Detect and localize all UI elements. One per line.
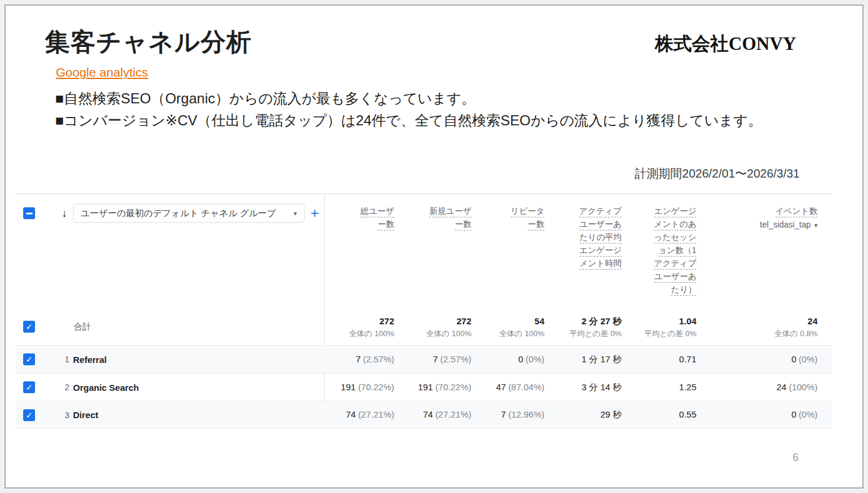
row-checkbox[interactable]: ✓ [23,353,35,365]
table-total-row: ✓ 合計 272全体の 100% 272全体の 100% 54全体の 100% … [15,308,832,345]
add-dimension-button[interactable]: + [311,205,319,222]
row-number: 1 [61,355,73,364]
measurement-period: 計測期間2026/2/01〜2026/3/31 [635,166,800,182]
check-icon: ✓ [26,323,33,331]
page-number: 6 [793,451,799,464]
dimension-header: ↓ ユーザーの最初のデフォルト チャネル グループ ▾ + [15,204,324,223]
event-filter-dropdown[interactable]: tel_sidasi_tap▾ [696,220,818,229]
col-header-total-users[interactable]: 総ユーザ ー数 [324,204,394,296]
indeterminate-icon [26,213,33,214]
col-header-avg-engagement-time[interactable]: アクティブ ユーザーあ たりの平均 エンゲージ メント時間 [544,204,622,296]
chevron-down-icon: ▾ [814,222,818,229]
sort-descending-icon[interactable]: ↓ [62,207,67,220]
total-label: 合計 [74,321,91,333]
channel-name: Organic Search [73,383,139,393]
bullet-organic: ■自然検索SEO（Organic）からの流入が最も多くなっています。 [55,87,845,109]
col-header-returning-users[interactable]: リピータ ー数 [471,204,544,296]
chevron-down-icon: ▾ [293,210,297,217]
bullet-conversion: ■コンバージョン※CV（仕出し電話タップ）は24件で、全て自然検索SEOからの流… [55,109,845,131]
page-title: 集客チャネル分析 [45,26,252,59]
summary-text: ■自然検索SEO（Organic）からの流入が最も多くなっています。 ■コンバー… [55,87,845,131]
dimension-dropdown[interactable]: ユーザーの最初のデフォルト チャネル グループ ▾ [73,204,305,223]
table-row[interactable]: ✓ 1 Referral 7(2.57%) 7(2.57%) 0(0%) 1 分… [15,345,832,373]
table-header-row: ↓ ユーザーの最初のデフォルト チャネル グループ ▾ + 総ユーザ ー数 新規… [15,194,832,308]
company-name: 株式会社CONVY [655,31,796,56]
google-analytics-link[interactable]: Google analytics [56,65,148,80]
check-icon: ✓ [26,355,33,364]
row-number: 2 [61,383,73,392]
col-header-engaged-sessions[interactable]: エンゲージ メントのあ ったセッシ ョン数（1 アクティブ ユーザーあ たり） [622,204,696,296]
slide: 集客チャネル分析 株式会社CONVY Google analytics ■自然検… [5,5,863,488]
check-icon: ✓ [26,411,33,419]
check-icon: ✓ [26,383,33,391]
channel-name: Direct [73,410,99,420]
row-checkbox[interactable]: ✓ [23,381,35,393]
metric-headers: 総ユーザ ー数 新規ユーザ ー数 リピータ ー数 アクティブ ユーザーあ たりの… [324,204,832,296]
row-checkbox[interactable]: ✓ [23,409,35,421]
row-checkbox-total[interactable]: ✓ [23,321,35,333]
ga-channel-table: ↓ ユーザーの最初のデフォルト チャネル グループ ▾ + 総ユーザ ー数 新規… [15,194,832,429]
col-header-event-count[interactable]: イベント数 tel_sidasi_tap▾ [696,204,818,296]
channel-name: Referral [73,355,107,365]
col-header-new-users[interactable]: 新規ユーザ ー数 [394,204,471,296]
table-row[interactable]: ✓ 2 Organic Search 191(70.22%) 191(70.22… [15,373,832,401]
table-row[interactable]: ✓ 3 Direct 74(27.21%) 74(27.21%) 7(12.96… [15,401,832,429]
row-number: 3 [61,410,73,420]
select-all-checkbox[interactable] [23,207,35,219]
dimension-dropdown-label: ユーザーの最初のデフォルト チャネル グループ [81,208,290,219]
